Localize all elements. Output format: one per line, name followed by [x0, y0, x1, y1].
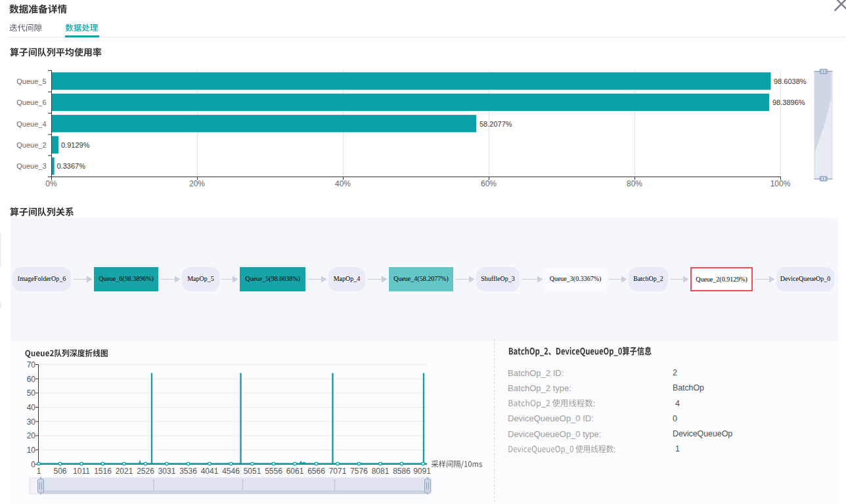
- svg-text:Queue_5: Queue_5: [16, 77, 46, 85]
- svg-text:9091: 9091: [413, 467, 431, 476]
- svg-text:80%: 80%: [627, 179, 642, 188]
- svg-text:60%: 60%: [481, 179, 497, 188]
- svg-text:100%: 100%: [770, 179, 791, 188]
- svg-text:4546: 4546: [222, 467, 240, 476]
- svg-text:58.2077%: 58.2077%: [479, 120, 512, 128]
- svg-text:7576: 7576: [350, 467, 368, 476]
- svg-text:506: 506: [53, 467, 66, 476]
- svg-text:2526: 2526: [137, 467, 154, 476]
- svg-text:60: 60: [27, 375, 36, 384]
- svg-text:70: 70: [27, 360, 36, 369]
- svg-text:10: 10: [27, 446, 36, 455]
- svg-text:8586: 8586: [393, 467, 411, 476]
- svg-text:50: 50: [27, 388, 36, 398]
- svg-text:20%: 20%: [189, 179, 205, 188]
- svg-text:2021: 2021: [116, 467, 133, 476]
- svg-text:1516: 1516: [94, 467, 112, 476]
- svg-text:Queue_2: Queue_2: [16, 141, 46, 149]
- svg-text:1011: 1011: [73, 467, 90, 476]
- svg-text:6061: 6061: [286, 467, 304, 476]
- svg-text:6566: 6566: [307, 467, 325, 476]
- svg-text:5051: 5051: [244, 467, 261, 476]
- svg-text:4041: 4041: [201, 467, 219, 476]
- svg-text:0%: 0%: [45, 179, 57, 188]
- svg-text:0: 0: [31, 460, 35, 469]
- svg-text:Queue_3: Queue_3: [16, 162, 46, 170]
- svg-text:40%: 40%: [335, 179, 351, 188]
- svg-text:98.6038%: 98.6038%: [774, 77, 807, 85]
- svg-text:0.3367%: 0.3367%: [57, 162, 86, 170]
- svg-text:5556: 5556: [265, 467, 282, 476]
- svg-text:0.9129%: 0.9129%: [61, 141, 90, 149]
- svg-text:40: 40: [27, 403, 36, 412]
- svg-text:20: 20: [27, 431, 36, 440]
- svg-text:1: 1: [37, 467, 41, 476]
- svg-text:98.3896%: 98.3896%: [772, 98, 805, 106]
- svg-text:8081: 8081: [372, 467, 390, 476]
- svg-text:7071: 7071: [329, 467, 347, 476]
- svg-text:Queue_4: Queue_4: [16, 120, 46, 128]
- svg-text:30: 30: [27, 417, 36, 427]
- svg-text:3536: 3536: [179, 467, 197, 476]
- svg-text:Queue_6: Queue_6: [16, 98, 46, 106]
- svg-text:3031: 3031: [158, 467, 176, 476]
